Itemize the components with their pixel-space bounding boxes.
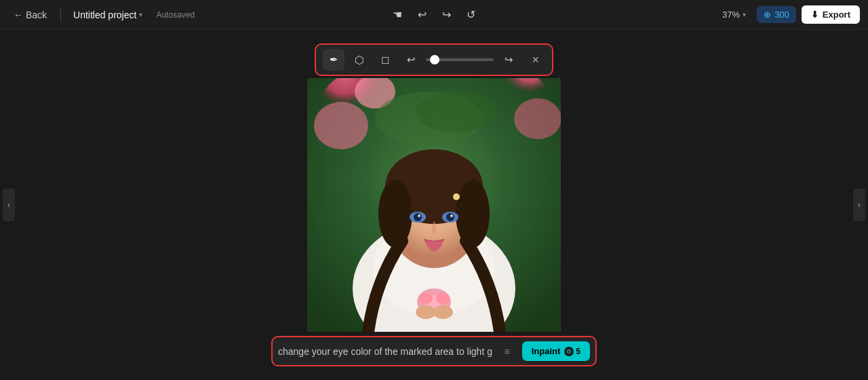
refresh-button[interactable]: ↺ xyxy=(460,4,481,26)
topbar-left: ← Back Untitled project ▾ Autosaved xyxy=(8,7,717,23)
zoom-level: 37% xyxy=(722,10,740,20)
main-canvas-area: ‹ › ✒ ⬡ ◻ ↩ ↪ ✕ xyxy=(0,30,868,380)
undo-button[interactable]: ↩ xyxy=(411,4,433,26)
brush-undo-icon: ↩ xyxy=(407,54,416,66)
close-brush-toolbar-button[interactable]: ✕ xyxy=(526,50,545,69)
svg-point-7 xyxy=(416,92,497,132)
eraser-tool-button[interactable]: ◻ xyxy=(374,49,396,71)
credits-count: 300 xyxy=(774,10,789,20)
credits-icon: ⊕ xyxy=(764,10,771,20)
brush-size-thumb xyxy=(430,55,439,64)
inpaint-button[interactable]: Inpaint ⊙ 5 xyxy=(522,341,590,361)
left-arrow-icon: ‹ xyxy=(7,200,10,210)
svg-point-21 xyxy=(453,193,460,200)
undo-icon: ↩ xyxy=(418,8,427,21)
zoom-control[interactable]: 37% ▾ xyxy=(717,7,751,22)
undo-brush-button[interactable]: ↩ xyxy=(400,49,422,71)
chevron-down-icon: ▾ xyxy=(139,11,142,18)
hand-icon: ☚ xyxy=(393,8,402,21)
svg-point-17 xyxy=(414,213,422,221)
export-label: Export xyxy=(823,10,850,20)
hand-tool-button[interactable]: ☚ xyxy=(387,4,408,26)
left-panel-toggle[interactable]: ‹ xyxy=(3,189,15,221)
svg-point-27 xyxy=(433,305,453,319)
right-arrow-icon: › xyxy=(858,200,861,210)
brush-toolbar: ✒ ⬡ ◻ ↩ ↪ ✕ xyxy=(315,43,553,76)
redo-button[interactable]: ↪ xyxy=(435,4,457,26)
settings-lines-icon: ≡ xyxy=(505,346,510,357)
pen-tool-button[interactable]: ✒ xyxy=(323,49,344,71)
svg-point-5 xyxy=(514,98,561,139)
svg-point-18 xyxy=(446,213,454,221)
inpaint-label: Inpaint xyxy=(532,346,561,356)
redo-brush-button[interactable]: ↪ xyxy=(498,49,519,71)
svg-point-13 xyxy=(378,180,412,248)
svg-point-24 xyxy=(436,293,450,304)
topbar-divider xyxy=(60,8,61,22)
back-label: ← Back xyxy=(14,10,47,20)
prompt-settings-button[interactable]: ≡ xyxy=(498,342,517,361)
pen-icon: ✒ xyxy=(330,54,338,66)
export-button[interactable]: ⬇ Export xyxy=(802,5,860,24)
inpaint-credits: ⊙ 5 xyxy=(564,347,580,356)
project-title[interactable]: Untitled project ▾ xyxy=(69,7,146,23)
canvas-image[interactable] xyxy=(307,78,561,332)
refresh-icon: ↺ xyxy=(467,8,475,21)
svg-point-25 xyxy=(419,293,433,304)
topbar: ← Back Untitled project ▾ Autosaved ☚ ↩ … xyxy=(0,0,868,30)
eraser-icon: ◻ xyxy=(381,54,389,66)
redo-icon: ↪ xyxy=(442,8,451,21)
close-icon: ✕ xyxy=(532,54,540,65)
svg-point-2 xyxy=(314,102,368,149)
svg-point-14 xyxy=(456,180,490,248)
topbar-right: 37% ▾ ⊕ 300 ⬇ Export xyxy=(717,5,860,24)
prompt-input[interactable] xyxy=(278,346,492,357)
brush-size-slider[interactable] xyxy=(426,58,494,61)
brush-redo-icon: ↪ xyxy=(505,54,513,66)
credit-icon: ⊙ xyxy=(564,347,574,356)
lasso-tool-button[interactable]: ⬡ xyxy=(349,49,370,71)
lasso-icon: ⬡ xyxy=(355,54,364,66)
topbar-center-tools: ☚ ↩ ↪ ↺ xyxy=(387,4,481,26)
portrait-svg xyxy=(307,78,561,332)
svg-point-20 xyxy=(450,214,453,217)
svg-point-19 xyxy=(418,214,420,217)
back-button[interactable]: ← Back xyxy=(8,7,52,23)
right-panel-toggle[interactable]: › xyxy=(853,189,865,221)
inpaint-credits-count: 5 xyxy=(576,347,580,356)
brush-size-control[interactable] xyxy=(426,58,494,61)
prompt-bar: ≡ Inpaint ⊙ 5 xyxy=(271,336,597,366)
export-icon: ⬇ xyxy=(811,10,818,20)
autosaved-label: Autosaved xyxy=(156,10,195,20)
zoom-chevron-icon: ▾ xyxy=(743,11,746,18)
credits-button[interactable]: ⊕ 300 xyxy=(757,6,796,23)
